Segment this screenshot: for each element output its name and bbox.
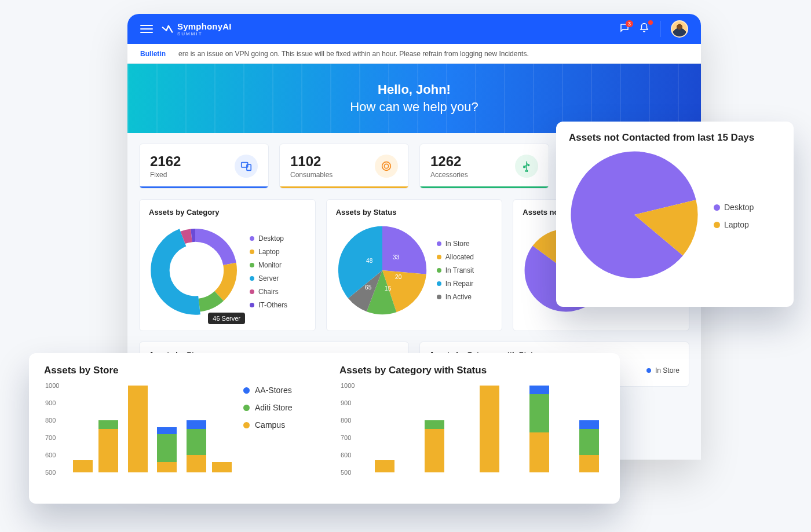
- stat-label: Fixed: [150, 171, 181, 179]
- brand-logo[interactable]: SymphonyAI SUMMIT: [161, 21, 232, 36]
- slice-label: 48: [366, 258, 372, 264]
- legend-item[interactable]: In Transit: [437, 266, 474, 274]
- avatar[interactable]: [671, 20, 688, 38]
- legend-item[interactable]: In Store: [646, 366, 680, 375]
- legend: AA-Stores Aditi Store Campus: [243, 380, 319, 472]
- legend-item[interactable]: Desktop: [250, 234, 287, 243]
- legend-item[interactable]: In Repair: [437, 280, 474, 288]
- legend-item[interactable]: IT-Others: [250, 301, 287, 309]
- logo-mark-icon: [161, 23, 174, 35]
- hero-greeting: Hello, John!: [378, 82, 451, 97]
- stat-value: 2162: [150, 153, 181, 170]
- bulletin-bar: Bulletin ere is an issue on VPN going on…: [127, 44, 701, 64]
- overlay-assets-not-contacted: Assets not Contacted from last 15 Days D…: [556, 122, 794, 307]
- stat-value: 1102: [290, 153, 333, 170]
- card-assets-by-category: Assets by Category: [139, 199, 316, 331]
- svg-point-2: [382, 162, 391, 171]
- overlay-title: Assets by Category with Status: [324, 353, 620, 380]
- overlay-title: Assets not Contacted from last 15 Days: [556, 122, 794, 146]
- brand-name: SymphonyAI: [177, 21, 232, 31]
- stat-accent: [280, 186, 408, 188]
- legend-item[interactable]: AA-Stores: [243, 386, 319, 395]
- svg-rect-5: [524, 166, 525, 168]
- topbar-separator: [660, 21, 660, 37]
- legend-item[interactable]: Chairs: [250, 288, 287, 296]
- legend: In Store: [646, 366, 680, 375]
- devices-icon: [235, 155, 258, 178]
- svg-point-3: [384, 164, 388, 168]
- slice-label: 65: [365, 284, 371, 291]
- donut-chart[interactable]: 46 Server: [149, 221, 242, 322]
- chart-tooltip: 46 Server: [208, 313, 245, 324]
- stat-accent: [140, 186, 268, 188]
- legend: Desktop Laptop Monitor Server Chairs IT-…: [250, 234, 287, 309]
- svg-point-4: [528, 164, 529, 166]
- legend-item[interactable]: In Active: [437, 293, 474, 301]
- menu-icon[interactable]: [140, 25, 153, 33]
- legend-item[interactable]: Desktop: [714, 203, 754, 212]
- stat-fixed[interactable]: 2162 Fixed: [139, 144, 269, 189]
- stat-accessories[interactable]: 1262 Accessories: [419, 144, 549, 189]
- pie-chart[interactable]: 48 33 20 15 65: [336, 221, 429, 320]
- stat-accent: [420, 186, 549, 188]
- usb-icon: [515, 155, 538, 178]
- brand-text: SymphonyAI SUMMIT: [177, 21, 232, 36]
- card-title: Assets by Category: [149, 208, 306, 217]
- topbar: SymphonyAI SUMMIT 3: [127, 14, 701, 44]
- chat-badge: 3: [626, 20, 633, 27]
- stat-label: Accessories: [430, 171, 468, 179]
- bell-badge: [648, 20, 653, 25]
- bulletin-message: ere is an issue on VPN going on. This is…: [178, 50, 529, 58]
- bar-chart[interactable]: 1000 900 800 700 600 500: [45, 386, 232, 472]
- chat-icon[interactable]: 3: [619, 23, 630, 35]
- legend-item[interactable]: Laptop: [714, 220, 754, 229]
- slice-label: 33: [393, 254, 399, 261]
- slice-label: 15: [385, 285, 391, 292]
- overlay-title: Assets by Store: [29, 353, 324, 380]
- bar-chart[interactable]: 1000 900 800 700 600 500: [341, 386, 614, 472]
- legend-item[interactable]: Monitor: [250, 261, 287, 269]
- pie-chart[interactable]: [568, 148, 701, 284]
- stat-value: 1262: [430, 153, 468, 170]
- bell-icon[interactable]: [639, 23, 649, 35]
- legend-item[interactable]: Aditi Store: [243, 403, 319, 412]
- legend-item[interactable]: Campus: [243, 420, 319, 430]
- legend: In Store Allocated In Transit In Repair …: [437, 240, 474, 301]
- legend-item[interactable]: Laptop: [250, 248, 287, 256]
- legend-item[interactable]: Allocated: [437, 253, 474, 261]
- stat-label: Consumables: [290, 171, 333, 179]
- legend-item[interactable]: In Store: [437, 240, 474, 248]
- slice-label: 20: [395, 274, 401, 280]
- legend-item[interactable]: Server: [250, 274, 287, 282]
- overlay-bar-charts: Assets by Store 1000 900 800 700 600 500: [29, 353, 620, 504]
- brand-sub: SUMMIT: [177, 31, 232, 36]
- hero-sub: How can we help you?: [350, 100, 478, 115]
- legend: Desktop Laptop: [714, 203, 754, 229]
- bulletin-label: Bulletin: [140, 50, 166, 58]
- swirl-icon: [375, 155, 398, 178]
- card-assets-by-status: Assets by Status 48: [326, 199, 503, 331]
- card-title: Assets by Status: [336, 208, 493, 217]
- stat-consumables[interactable]: 1102 Consumables: [279, 144, 409, 189]
